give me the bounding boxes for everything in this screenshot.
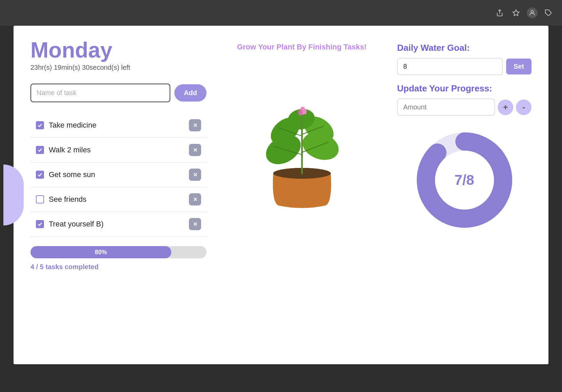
- add-task-row: Add: [30, 84, 207, 102]
- task-list: Take medicine ✕ Walk 2 miles ✕: [30, 113, 207, 237]
- task-left: Walk 2 miles: [36, 146, 91, 154]
- task-label-3: Get some sun: [49, 170, 95, 179]
- delete-task-button-2[interactable]: ✕: [189, 144, 201, 156]
- share-icon[interactable]: [494, 7, 505, 18]
- donut-label: 7/8: [454, 172, 474, 188]
- plant-illustration: [251, 68, 353, 204]
- increment-button[interactable]: +: [498, 100, 513, 115]
- delete-task-button-3[interactable]: ✕: [189, 169, 201, 181]
- profile-icon[interactable]: [527, 7, 538, 18]
- progress-bar-container: 80%: [30, 246, 207, 258]
- amount-input[interactable]: [397, 99, 495, 116]
- decorative-circle: [3, 165, 24, 225]
- day-title: Monday: [30, 39, 207, 61]
- task-item: See friends ✕: [30, 187, 207, 212]
- task-label-1: Take medicine: [49, 121, 96, 130]
- task-left: See friends: [36, 195, 86, 204]
- update-progress-title: Update Your Progress:: [397, 83, 532, 94]
- task-checkbox-2[interactable]: [36, 146, 44, 154]
- right-panel: Daily Water Goal: Set Update Your Progre…: [397, 39, 532, 351]
- task-left: Treat yourself B): [36, 220, 104, 228]
- task-left: Take medicine: [36, 121, 96, 130]
- browser-toolbar: [0, 0, 562, 26]
- task-label-5: Treat yourself B): [49, 220, 104, 228]
- delete-task-button-4[interactable]: ✕: [189, 193, 201, 205]
- task-item: Take medicine ✕: [30, 113, 207, 138]
- set-water-goal-button[interactable]: Set: [506, 59, 532, 74]
- task-item: Treat yourself B) ✕: [30, 212, 207, 237]
- progress-section: 80% 4 / 5 tasks completed: [30, 246, 207, 271]
- task-label-4: See friends: [49, 195, 86, 204]
- task-checkbox-4[interactable]: [36, 195, 44, 203]
- time-left: 23hr(s) 19min(s) 30second(s) left: [30, 64, 207, 71]
- water-goal-row: Set: [397, 58, 532, 75]
- progress-percent-label: 80%: [95, 249, 107, 256]
- task-item: Get some sun ✕: [30, 162, 207, 187]
- tasks-completed-label: 4 / 5 tasks completed: [30, 263, 207, 271]
- task-checkbox-1[interactable]: [36, 121, 44, 129]
- center-panel: Grow Your Plant By Finishing Tasks!: [227, 39, 377, 351]
- task-checkbox-3[interactable]: [36, 171, 44, 179]
- delete-task-button-5[interactable]: ✕: [189, 218, 201, 230]
- left-panel: Monday 23hr(s) 19min(s) 30second(s) left…: [30, 39, 207, 351]
- add-task-button[interactable]: Add: [174, 84, 207, 102]
- task-checkbox-5[interactable]: [36, 220, 44, 228]
- task-name-input[interactable]: [30, 84, 170, 102]
- donut-chart: 7/8: [414, 129, 515, 231]
- task-item: Walk 2 miles ✕: [30, 138, 207, 162]
- progress-bar-fill: 80%: [30, 246, 171, 258]
- puzzle-icon[interactable]: [543, 7, 554, 18]
- main-content: Monday 23hr(s) 19min(s) 30second(s) left…: [14, 26, 548, 364]
- svg-point-18: [298, 109, 302, 115]
- water-goal-title: Daily Water Goal:: [397, 43, 532, 53]
- donut-center: 7/8: [454, 172, 474, 188]
- svg-marker-1: [513, 10, 519, 16]
- star-icon[interactable]: [511, 7, 521, 18]
- delete-task-button-1[interactable]: ✕: [189, 119, 201, 131]
- svg-point-19: [303, 109, 307, 114]
- decrement-button[interactable]: -: [516, 100, 532, 115]
- task-label-2: Walk 2 miles: [49, 146, 91, 154]
- tagline: Grow Your Plant By Finishing Tasks!: [237, 43, 367, 51]
- svg-point-2: [531, 10, 533, 13]
- task-left: Get some sun: [36, 170, 95, 179]
- update-progress-row: + -: [397, 99, 532, 116]
- water-goal-input[interactable]: [397, 58, 503, 75]
